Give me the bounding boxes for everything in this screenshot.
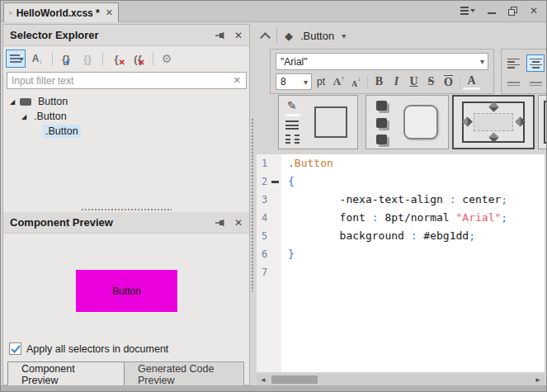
delete-selector-button[interactable]: {✕	[106, 50, 126, 68]
bold-button[interactable]: B	[370, 73, 388, 90]
alignment-group	[501, 49, 547, 94]
tree-expander-icon[interactable]: ◢	[21, 113, 31, 120]
code-line: font : 8pt/normal "Arial";	[281, 209, 545, 227]
selector-explorer-header: Selector Explorer ✕	[3, 25, 249, 46]
padding-style-tile[interactable]	[452, 95, 535, 149]
tree-expander-icon[interactable]: ◢	[10, 98, 20, 106]
font-family-combo[interactable]: "Arial" ▾	[276, 53, 488, 70]
tab-component-preview[interactable]: Component Preview	[7, 361, 125, 386]
content-box	[474, 113, 513, 131]
scroll-left-icon[interactable]: ◄	[257, 376, 270, 384]
tab-close-icon[interactable]: ✕	[106, 7, 113, 18]
selector-diamond-icon: ◆	[285, 31, 293, 41]
restore-icon[interactable]	[508, 7, 517, 16]
line-number: 5	[257, 227, 281, 245]
code-line: }	[281, 245, 545, 263]
font-color-button[interactable]: A	[463, 74, 480, 90]
valign-top-button[interactable]	[505, 75, 523, 92]
code-line: background : #ebg1dd;	[281, 227, 545, 245]
window-close-icon[interactable]: ✕	[530, 6, 538, 16]
apply-selector-button-disabled[interactable]: {}↑	[78, 50, 97, 68]
document-tab[interactable]: HelloWorld.xcss * ✕	[3, 2, 119, 22]
component-preview-header: Component Preview ✕	[3, 212, 249, 234]
sort-alphabetical-button[interactable]: A↓	[27, 50, 47, 68]
app-window: HelloWorld.xcss * ✕ ✕ Selector Explorer …	[0, 0, 547, 392]
apply-selectors-checkbox[interactable]	[9, 342, 21, 355]
pencil-icon: ✎	[287, 99, 297, 112]
style-editor-panel: ◆ .Button ▾ "Arial" ▾ 8 ▾ pt A↑ A↓ B I U…	[255, 24, 546, 385]
font-group: "Arial" ▾ 8 ▾ pt A↑ A↓ B I U S O A	[270, 49, 494, 94]
line-number: 4	[257, 209, 281, 227]
valign-middle-button[interactable]	[526, 75, 545, 92]
background-style-tile[interactable]	[365, 95, 449, 149]
preview-tabbar: Component Preview Generated Code Preview	[3, 361, 249, 386]
tree-item[interactable]: ◢.Button	[3, 109, 249, 124]
apply-selectors-row: Apply all selectors in document	[9, 342, 168, 355]
tree-item[interactable]: .Button	[3, 124, 249, 139]
filter-clear-icon[interactable]: ✕	[229, 75, 246, 86]
font-size-value: 8	[276, 76, 304, 87]
component-preview-title: Component Preview	[10, 216, 215, 229]
left-dock: Selector Explorer ✕ A↓ {}+	[2, 24, 250, 385]
panel-close-icon[interactable]: ✕	[234, 30, 243, 41]
line-number: 1	[257, 154, 281, 172]
minimize-icon[interactable]	[488, 12, 496, 14]
tree-item[interactable]: ◢Button	[3, 94, 249, 109]
align-center-button[interactable]	[526, 54, 545, 72]
dashed-style-icon	[285, 135, 299, 144]
panel-close-icon[interactable]: ✕	[234, 217, 243, 229]
decrease-font-button[interactable]: A↓	[347, 73, 365, 90]
document-tab-title: HelloWorld.xcss *	[17, 7, 100, 19]
overline-button[interactable]: O	[440, 73, 457, 90]
delete-unused-selectors-button[interactable]: ({✕	[128, 50, 148, 68]
pin-icon[interactable]	[215, 218, 224, 228]
collapse-chevron-icon[interactable]	[260, 32, 271, 43]
scroll-right-icon[interactable]: ►	[531, 376, 545, 384]
horizontal-splitter[interactable]	[3, 206, 249, 212]
line-style-icon	[285, 120, 299, 130]
status-strip	[1, 385, 546, 391]
fold-marker[interactable]	[271, 181, 279, 183]
pin-icon[interactable]	[215, 31, 224, 40]
filter-input[interactable]	[7, 75, 229, 87]
layer-zoom-icon	[376, 118, 387, 128]
code-line: -nexa-text-align : center;	[281, 191, 545, 209]
add-selector-button[interactable]: {}+	[56, 50, 76, 68]
filter-box: ✕	[7, 72, 247, 89]
border-preview-box	[314, 106, 347, 138]
current-selector-name: .Button	[300, 30, 334, 42]
unit-label: pt	[317, 76, 325, 87]
line-number: 6	[257, 245, 281, 263]
document-tabbar: HelloWorld.xcss * ✕ ✕	[1, 1, 546, 22]
selector-explorer-toolbar: A↓ {}+ {}↑ {✕ ({✕ ⚙	[3, 47, 249, 70]
apply-selectors-label: Apply all selectors in document	[26, 343, 168, 355]
partial-style-tile[interactable]	[538, 95, 546, 149]
font-size-combo[interactable]: 8 ▾	[276, 73, 312, 90]
line-number: 3	[257, 191, 281, 209]
scrollbar-thumb[interactable]	[271, 375, 318, 384]
gear-icon: ⚙	[162, 52, 172, 65]
line-number: 7	[257, 263, 281, 281]
code-line	[281, 263, 545, 281]
code-line: {	[281, 172, 545, 191]
code-editor[interactable]: .Button{ -nexa-text-align : center; font…	[281, 154, 545, 372]
style-editor-header: ◆ .Button ▾	[255, 24, 546, 47]
font-family-value: "Arial"	[276, 56, 480, 68]
selector-dropdown-icon[interactable]: ▾	[342, 31, 346, 40]
tree-item-label: .Button	[31, 110, 69, 123]
border-style-tile[interactable]: ✎	[278, 95, 358, 149]
italic-button[interactable]: I	[388, 73, 405, 90]
preview-button[interactable]: Button	[76, 270, 177, 312]
strikethrough-button[interactable]: S	[422, 73, 440, 90]
sort-selectors-button[interactable]	[6, 50, 26, 68]
align-left-button[interactable]	[505, 54, 523, 72]
settings-gear-button[interactable]: ⚙	[157, 50, 177, 68]
window-menu-icon[interactable]	[460, 7, 475, 15]
layer-icon	[376, 135, 387, 144]
tab-generated-code-preview[interactable]: Generated Code Preview	[125, 361, 244, 386]
background-preview-box	[403, 105, 438, 139]
horizontal-scrollbar[interactable]: ◄ ►	[257, 374, 545, 385]
code-gutter: 1234567	[257, 154, 281, 372]
underline-button[interactable]: U	[405, 73, 422, 90]
increase-font-button[interactable]: A↑	[330, 73, 347, 90]
